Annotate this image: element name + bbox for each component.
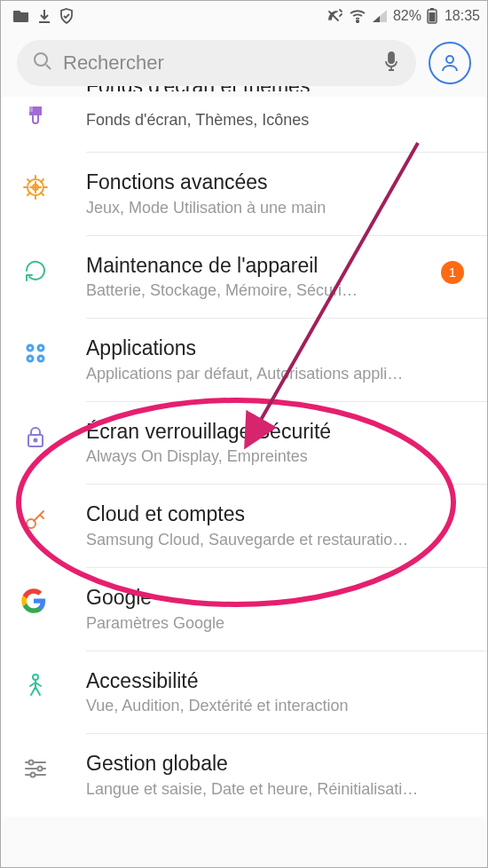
- gear-icon: [20, 170, 86, 202]
- settings-item-subtitle: Always On Display, Empreintes: [86, 447, 468, 466]
- settings-item-subtitle: Batterie, Stockage, Mémoire, Sécuri…: [86, 281, 468, 300]
- settings-item-subtitle: Samsung Cloud, Sauvegarde et restauratio…: [86, 531, 468, 549]
- svg-point-21: [31, 773, 35, 777]
- settings-item-subtitle: Langue et saisie, Date et heure, Réiniti…: [86, 780, 468, 799]
- battery-percent: 82%: [393, 8, 421, 24]
- status-bar: 82% 18:35: [1, 1, 487, 31]
- settings-item-subtitle: Fonds d'écran, Thèmes, Icônes: [86, 111, 468, 130]
- lock-icon: [20, 420, 86, 452]
- wifi-icon: [349, 9, 366, 23]
- svg-rect-8: [29, 107, 33, 112]
- settings-item-title: Gestion globale: [86, 752, 468, 777]
- settings-item-advanced[interactable]: Fonctions avancéesJeux, Mode Utilisation…: [1, 153, 487, 235]
- svg-rect-3: [429, 12, 435, 22]
- settings-item-general[interactable]: Gestion globaleLangue et saisie, Date et…: [1, 734, 487, 817]
- brush-icon: [20, 102, 86, 134]
- settings-item-google[interactable]: GoogleParamètres Google: [1, 568, 487, 651]
- settings-item-title: Accessibilité: [86, 669, 468, 694]
- notification-badge: 1: [441, 261, 464, 284]
- mic-icon[interactable]: [382, 51, 400, 75]
- key-icon: [20, 502, 86, 534]
- svg-point-6: [446, 56, 453, 63]
- svg-point-11: [28, 345, 33, 351]
- account-button[interactable]: [429, 42, 471, 84]
- download-icon: [38, 9, 51, 23]
- search-placeholder: Rechercher: [63, 51, 372, 75]
- refresh-icon: [20, 254, 86, 286]
- folder-icon: [13, 9, 29, 23]
- battery-icon: [427, 8, 437, 24]
- google-icon: [20, 586, 86, 614]
- settings-list: Fonds d'écran et thèmesFonds d'écran, Th…: [1, 97, 487, 817]
- settings-item-title: Cloud et comptes: [86, 502, 468, 527]
- settings-item-subtitle: Jeux, Mode Utilisation à une main: [86, 199, 468, 217]
- settings-item-title: Écran verrouillage/Sécurité: [86, 420, 468, 445]
- settings-item-lockscreen[interactable]: Écran verrouillage/SécuritéAlways On Dis…: [1, 402, 487, 485]
- clock-text: 18:35: [445, 8, 480, 24]
- settings-item-title: Fonctions avancées: [86, 170, 468, 195]
- settings-item-title: Google: [86, 586, 468, 611]
- search-icon: [33, 51, 52, 75]
- svg-point-4: [35, 53, 47, 66]
- svg-point-13: [28, 356, 33, 361]
- settings-item-apps[interactable]: ApplicationsApplications par défaut, Aut…: [1, 319, 487, 401]
- svg-rect-2: [430, 8, 434, 10]
- settings-item-wallpaper[interactable]: Fonds d'écran et thèmesFonds d'écran, Th…: [1, 97, 487, 152]
- settings-item-title: Maintenance de l'appareil: [86, 254, 468, 279]
- settings-item-a11y[interactable]: AccessibilitéVue, Audition, Dextérité et…: [1, 651, 487, 734]
- svg-point-19: [29, 761, 34, 765]
- vibrate-icon: [326, 8, 343, 24]
- grid-icon: [20, 336, 86, 368]
- signal-icon: [372, 9, 388, 23]
- sliders-icon: [20, 752, 86, 784]
- svg-point-14: [38, 356, 43, 361]
- settings-item-title: Applications: [86, 336, 468, 361]
- svg-point-12: [38, 345, 43, 351]
- settings-item-subtitle: Applications par défaut, Autorisations a…: [86, 365, 468, 383]
- svg-point-0: [357, 20, 358, 22]
- settings-item-maintenance[interactable]: Maintenance de l'appareilBatterie, Stock…: [1, 236, 487, 319]
- svg-point-16: [35, 438, 37, 441]
- svg-point-20: [38, 767, 43, 771]
- person-icon: [20, 669, 86, 701]
- search-input[interactable]: Rechercher: [17, 40, 416, 86]
- settings-item-subtitle: Vue, Audition, Dextérité et interaction: [86, 697, 468, 715]
- shield-icon: [59, 8, 74, 24]
- svg-rect-5: [389, 52, 394, 63]
- settings-item-cloud[interactable]: Cloud et comptesSamsung Cloud, Sauvegard…: [1, 485, 487, 567]
- settings-item-subtitle: Paramètres Google: [86, 614, 468, 633]
